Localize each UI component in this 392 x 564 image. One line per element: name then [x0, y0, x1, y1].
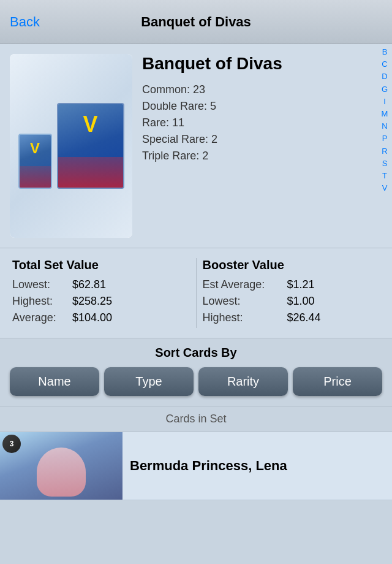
alpha-p[interactable]: P [382, 133, 388, 144]
card-name: Bermuda Princess, Lena [130, 457, 385, 475]
sort-price-button[interactable]: Price [293, 367, 382, 396]
stat-triple-rare: Triple Rare: 2 [142, 150, 382, 162]
card-thumbnail: 3 [0, 432, 123, 500]
stat-special-rare: Special Rare: 2 [142, 133, 382, 146]
alpha-g[interactable]: G [382, 84, 388, 95]
card-info: Bermuda Princess, Lena [123, 432, 392, 500]
booster-highest-row: Highest: $26.44 [203, 311, 380, 324]
product-info: Banquet of Divas Common: 23 Double Rare:… [142, 54, 382, 238]
sort-label: Sort Cards By [10, 346, 382, 360]
total-lowest-value: $62.81 [72, 278, 106, 291]
column-divider [196, 258, 197, 328]
alpha-m[interactable]: M [382, 109, 388, 120]
card-character-art [37, 448, 86, 497]
alpha-r[interactable]: R [382, 146, 387, 157]
back-button[interactable]: Back [10, 14, 40, 30]
sort-buttons-container: Name Type Rarity Price [10, 367, 382, 396]
alpha-c[interactable]: C [382, 59, 387, 70]
booster-lowest-label: Lowest: [203, 295, 282, 308]
total-lowest-row: Lowest: $62.81 [12, 278, 190, 291]
alpha-i[interactable]: I [383, 96, 386, 107]
alpha-n[interactable]: N [382, 121, 387, 132]
booster-lowest-value: $1.00 [287, 295, 315, 308]
total-highest-label: Highest: [12, 295, 67, 308]
total-highest-value: $258.25 [72, 295, 112, 308]
booster-highest-label: Highest: [203, 311, 282, 324]
stat-double-rare: Double Rare: 5 [142, 100, 382, 113]
booster-value-column: Booster Value Est Average: $1.21 Lowest:… [203, 258, 380, 328]
total-lowest-label: Lowest: [12, 278, 67, 291]
booster-est-label: Est Average: [203, 278, 282, 291]
sort-rarity-button[interactable]: Rarity [198, 367, 288, 396]
nav-title: Banquet of Divas [141, 14, 251, 30]
alpha-index-sidebar: B C D G I M N P R S T V [377, 44, 392, 196]
alpha-d[interactable]: D [382, 71, 387, 82]
pack-illustration [12, 97, 130, 195]
card-badge: 3 [2, 435, 21, 453]
values-section: Total Set Value Lowest: $62.81 Highest: … [0, 248, 392, 338]
stat-common: Common: 23 [142, 83, 382, 96]
sort-type-button[interactable]: Type [104, 367, 194, 396]
alpha-s[interactable]: S [382, 158, 388, 169]
card-list-item[interactable]: 3 Bermuda Princess, Lena [0, 432, 392, 500]
booster-highest-value: $26.44 [287, 311, 321, 324]
alpha-v[interactable]: V [382, 183, 388, 194]
sort-name-button[interactable]: Name [10, 367, 99, 396]
product-title: Banquet of Divas [142, 54, 382, 74]
booster-lowest-row: Lowest: $1.00 [203, 295, 380, 308]
pack-small-image [18, 134, 52, 189]
sort-section: Sort Cards By Name Type Rarity Price [0, 338, 392, 406]
pack-box-image [57, 103, 124, 189]
product-image [10, 54, 132, 238]
booster-est-value: $1.21 [287, 278, 315, 291]
booster-value-header: Booster Value [203, 258, 380, 272]
total-average-row: Average: $104.00 [12, 311, 190, 324]
total-highest-row: Highest: $258.25 [12, 295, 190, 308]
total-set-value-column: Total Set Value Lowest: $62.81 Highest: … [12, 258, 190, 328]
booster-est-row: Est Average: $1.21 [203, 278, 380, 291]
total-set-value-header: Total Set Value [12, 258, 190, 272]
product-section: Banquet of Divas Common: 23 Double Rare:… [0, 44, 392, 248]
cards-in-set-header: Cards in Set [0, 406, 392, 432]
alpha-b[interactable]: B [382, 47, 388, 58]
total-average-label: Average: [12, 311, 67, 324]
product-image-placeholder [10, 54, 132, 238]
alpha-t[interactable]: T [382, 170, 387, 181]
navigation-bar: Back Banquet of Divas [0, 0, 392, 44]
stat-rare: Rare: 11 [142, 116, 382, 129]
total-average-value: $104.00 [72, 311, 112, 324]
